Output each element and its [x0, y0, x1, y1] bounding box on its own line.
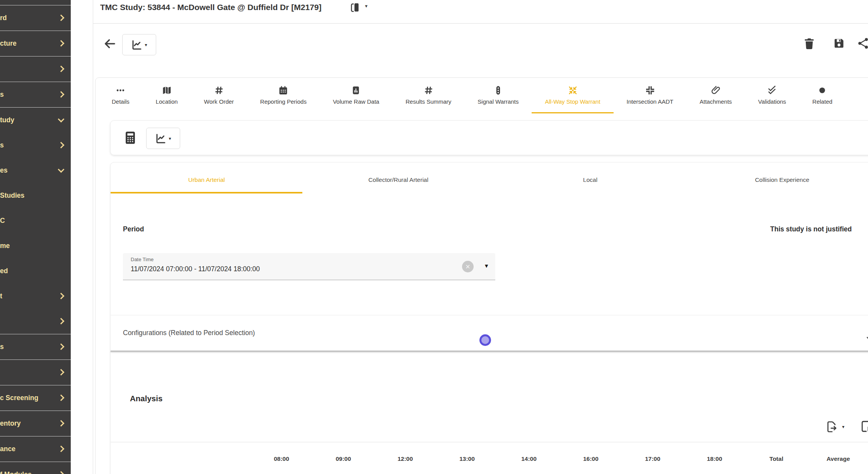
- sidebar-item[interactable]: c Screening: [0, 385, 71, 411]
- tab-label: Results Summary: [406, 98, 451, 105]
- table-column-header: 08:00: [251, 455, 312, 462]
- tab[interactable]: Results Summary: [392, 78, 464, 113]
- sidebar-item[interactable]: [0, 309, 71, 334]
- caret-down-icon: ▾: [145, 42, 147, 48]
- sidebar-item[interactable]: ed: [0, 258, 71, 284]
- sidebar-item[interactable]: t: [0, 284, 71, 309]
- clear-icon[interactable]: ✕: [462, 261, 474, 272]
- date-time-select[interactable]: Date Time 11/07/2024 07:00:00 - 11/07/20…: [123, 253, 495, 280]
- save-button[interactable]: [832, 37, 846, 50]
- analysis-table-header: 08:0009:0012:0013:0014:0016:0017:0018:00…: [111, 442, 868, 474]
- sidebar-item-label: s: [0, 343, 4, 351]
- date-time-value: 11/07/2024 07:00:00 - 11/07/2024 18:00:0…: [131, 265, 260, 273]
- sub-tab[interactable]: Collision Experience: [686, 168, 868, 193]
- tab-icon: [278, 86, 288, 95]
- tab[interactable]: Work Order: [191, 78, 247, 113]
- sidebar-item[interactable]: me: [0, 233, 71, 258]
- sidebar-item[interactable]: rd: [0, 5, 71, 31]
- sidebar-item[interactable]: Studies: [0, 183, 71, 208]
- export-caret-icon[interactable]: ▾: [842, 424, 844, 430]
- chevron-icon: [58, 343, 65, 350]
- sidebar-item[interactable]: C: [0, 208, 71, 233]
- sub-tab[interactable]: Collector/Rural Arterial: [302, 168, 494, 193]
- tab[interactable]: Signal Warrants: [464, 78, 532, 113]
- sub-tab[interactable]: Local: [495, 168, 686, 193]
- tab[interactable]: Intersection AADT: [614, 78, 687, 113]
- tab[interactable]: Location: [143, 78, 191, 113]
- chevron-icon: [58, 142, 65, 148]
- report-panel-button[interactable]: [860, 419, 868, 433]
- date-time-label: Date Time: [131, 257, 153, 262]
- sub-tab-label: Urban Arterial: [188, 176, 225, 183]
- sub-tab-label: Collector/Rural Arterial: [368, 176, 428, 183]
- export-button[interactable]: [825, 420, 838, 433]
- chevron-icon: [58, 420, 65, 426]
- copy-caret-icon[interactable]: ▾: [365, 3, 368, 9]
- tab[interactable]: Validations: [745, 78, 799, 113]
- tab[interactable]: Details: [99, 78, 143, 113]
- sidebar-item-label: ance: [0, 445, 15, 453]
- table-column-header: 13:00: [436, 455, 498, 462]
- back-button[interactable]: [103, 37, 117, 51]
- share-button[interactable]: [857, 37, 868, 50]
- tab-label: Details: [112, 98, 130, 105]
- chevron-icon: [58, 445, 65, 452]
- table-column-header: Average: [807, 455, 868, 462]
- sidebar-item-label: rd: [0, 14, 7, 22]
- tab-icon: [162, 86, 172, 95]
- caret-down-icon: ▾: [169, 136, 171, 141]
- chevron-icon: [58, 40, 65, 46]
- tab-icon: [817, 86, 827, 95]
- warrant-content: Urban Arterial Collector/Rural Arterial …: [110, 162, 868, 474]
- tab[interactable]: Volume Raw Data: [320, 78, 392, 113]
- sidebar-item-label: s: [0, 91, 4, 99]
- tab[interactable]: Attachments: [686, 78, 745, 113]
- tab-icon: [493, 86, 503, 95]
- tab[interactable]: Related: [799, 78, 846, 113]
- tab[interactable]: Reporting Periods: [247, 78, 320, 113]
- study-status-text: This study is not justified: [770, 225, 852, 233]
- configurations-divider: [111, 315, 868, 315]
- sub-tab[interactable]: Urban Arterial: [111, 168, 302, 193]
- sidebar-item[interactable]: tudy: [0, 108, 71, 133]
- warrant-chart-button[interactable]: ▾: [146, 128, 180, 149]
- sidebar-item[interactable]: entory: [0, 411, 71, 436]
- sidebar-item[interactable]: f Modules: [0, 462, 71, 474]
- sidebar-item[interactable]: s: [0, 82, 71, 108]
- sidebar-item-label: c Screening: [0, 394, 38, 402]
- table-column-header: 18:00: [684, 455, 745, 462]
- sidebar-item[interactable]: [0, 56, 71, 82]
- tab[interactable]: All-Way Stop Warrant: [532, 78, 613, 113]
- sidebar-item-label: t: [0, 292, 2, 300]
- tab-label: Attachments: [699, 98, 732, 105]
- expand-chevron-icon[interactable]: [865, 333, 868, 344]
- tab-label: Intersection AADT: [627, 98, 674, 105]
- sidebar-item[interactable]: ance: [0, 436, 71, 462]
- calculator-button[interactable]: [123, 130, 138, 145]
- sidebar-item[interactable]: [0, 360, 71, 385]
- chevron-icon: [58, 14, 65, 21]
- chevron-icon: [58, 91, 65, 98]
- table-column-header: Total: [745, 455, 807, 462]
- tab-icon: [568, 86, 578, 95]
- sidebar-item[interactable]: s: [0, 133, 71, 158]
- dropdown-caret-icon[interactable]: ▼: [484, 263, 489, 269]
- tab-icon: [424, 86, 433, 95]
- sidebar-item-label: es: [0, 166, 7, 175]
- main-panel: TMC Study: 53844 - McDowell Gate @ Duffi…: [93, 0, 868, 474]
- sidebar-item-label: f Modules: [0, 471, 32, 474]
- delete-button[interactable]: [803, 37, 816, 50]
- title-bar: TMC Study: 53844 - McDowell Gate @ Duffi…: [93, 0, 868, 24]
- chart-view-button[interactable]: ▾: [122, 34, 156, 55]
- sidebar-item-label: cture: [0, 39, 17, 48]
- app-window: rd cture s tudy s es Studies: [0, 0, 868, 474]
- chevron-icon: [58, 394, 65, 401]
- sidebar-item[interactable]: cture: [0, 31, 71, 56]
- sidebar-item-label: ed: [0, 267, 8, 275]
- tab-label: Location: [156, 98, 178, 105]
- sidebar-item[interactable]: es: [0, 158, 71, 183]
- copy-icon[interactable]: [349, 2, 361, 13]
- tab-icon: [214, 86, 224, 95]
- sidebar-item[interactable]: s: [0, 334, 71, 360]
- chevron-icon: [58, 471, 65, 474]
